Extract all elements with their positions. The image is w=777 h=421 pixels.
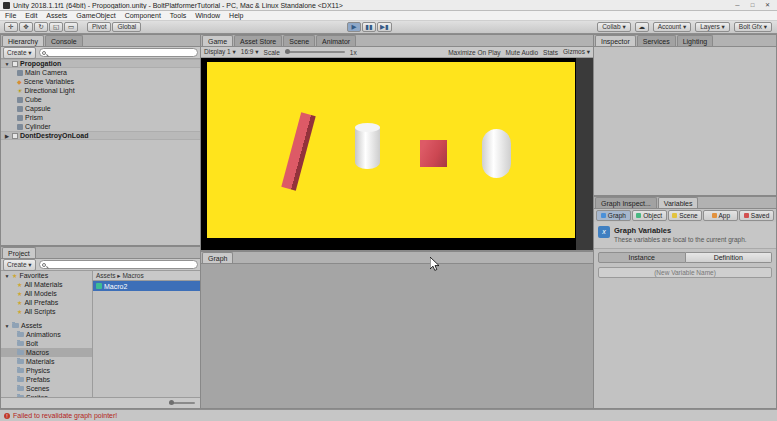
gizmos-dropdown[interactable]: Gizmos ▾ bbox=[563, 48, 590, 56]
collab-dropdown[interactable]: Collab ▾ bbox=[597, 22, 631, 32]
folder-animations[interactable]: Animations bbox=[1, 330, 92, 339]
tab-inspector[interactable]: Inspector bbox=[595, 35, 636, 46]
menu-tools[interactable]: Tools bbox=[170, 12, 186, 19]
favorite-all-scripts[interactable]: ★ All Scripts bbox=[1, 307, 92, 316]
scale-slider-knob[interactable] bbox=[285, 49, 290, 54]
new-variable-input[interactable]: (New Variable Name) bbox=[598, 267, 772, 278]
mute-audio-toggle[interactable]: Mute Audio bbox=[506, 49, 539, 56]
project-search-input[interactable] bbox=[50, 261, 197, 268]
folder-physics[interactable]: Physics bbox=[1, 366, 92, 375]
pivot-toggle-button[interactable]: Pivot bbox=[87, 22, 111, 32]
tab-lighting[interactable]: Lighting bbox=[677, 35, 714, 46]
folder-materials[interactable]: Materials bbox=[1, 357, 92, 366]
hierarchy-item-cylinder[interactable]: Cylinder bbox=[1, 122, 200, 131]
favorite-all-models[interactable]: ★ All Models bbox=[1, 289, 92, 298]
favorites-star-icon: ★ bbox=[12, 273, 17, 279]
move-tool-button[interactable]: ✥ bbox=[19, 22, 33, 32]
global-toggle-button[interactable]: Global bbox=[112, 22, 141, 32]
scope-scene-button[interactable]: Scene bbox=[668, 210, 703, 221]
scope-graph-button[interactable]: Graph bbox=[596, 210, 631, 221]
project-breadcrumb[interactable]: Assets ▸ Macros bbox=[93, 271, 200, 281]
rect-tool-button[interactable]: ▭ bbox=[64, 22, 78, 32]
project-create-button[interactable]: Create ▾ bbox=[3, 259, 36, 271]
maximize-button[interactable]: □ bbox=[745, 0, 760, 10]
tab-variables[interactable]: Variables bbox=[658, 197, 699, 208]
scale-tool-button[interactable]: ◱ bbox=[49, 22, 63, 32]
menu-component[interactable]: Component bbox=[125, 12, 161, 19]
folder-icon bbox=[17, 368, 24, 373]
graph-canvas[interactable] bbox=[201, 264, 593, 408]
menu-assets[interactable]: Assets bbox=[46, 12, 67, 19]
menu-gameobject[interactable]: GameObject bbox=[76, 12, 115, 19]
foldout-open-icon[interactable]: ▼ bbox=[4, 61, 10, 67]
menu-window[interactable]: Window bbox=[195, 12, 220, 19]
rotate-tool-button[interactable]: ↻ bbox=[34, 22, 48, 32]
layers-dropdown[interactable]: Layers ▾ bbox=[695, 22, 730, 32]
aspect-dropdown[interactable]: 16:9 ▾ bbox=[241, 48, 259, 56]
tab-hierarchy[interactable]: Hierarchy bbox=[2, 35, 44, 46]
cloud-button[interactable]: ☁ bbox=[635, 22, 649, 32]
hierarchy-item-capsule[interactable]: Capsule bbox=[1, 104, 200, 113]
scope-saved-button[interactable]: Saved bbox=[739, 210, 774, 221]
menu-file[interactable]: File bbox=[5, 12, 16, 19]
project-searchbox[interactable] bbox=[39, 260, 198, 269]
scope-app-button[interactable]: App bbox=[703, 210, 738, 221]
hierarchy-item-main-camera[interactable]: Main Camera bbox=[1, 68, 200, 77]
hierarchy-create-button[interactable]: Create ▾ bbox=[3, 47, 36, 59]
scene-header-propogation[interactable]: ▼ Propogation bbox=[1, 59, 200, 68]
tab-services[interactable]: Services bbox=[637, 35, 676, 46]
tab-scene[interactable]: Scene bbox=[283, 35, 315, 46]
slider-knob[interactable] bbox=[169, 400, 174, 405]
status-bar[interactable]: ! Failed to revalidate graph pointer! bbox=[0, 409, 777, 421]
folder-macros[interactable]: Macros bbox=[1, 348, 92, 357]
hand-tool-button[interactable]: ✛ bbox=[4, 22, 18, 32]
foldout-open-icon[interactable]: ▼ bbox=[4, 273, 10, 279]
hierarchy-item-prism[interactable]: Prism bbox=[1, 113, 200, 122]
step-button[interactable]: ▶▮ bbox=[377, 22, 392, 32]
item-label: Animations bbox=[26, 331, 61, 338]
tab-console[interactable]: Console bbox=[45, 35, 83, 46]
scene-header-dontdestroyonload[interactable]: ▶ DontDestroyOnLoad bbox=[1, 131, 200, 140]
tab-graph-inspector[interactable]: Graph Inspect... bbox=[595, 197, 657, 208]
maximize-on-play-toggle[interactable]: Maximize On Play bbox=[448, 49, 500, 56]
scale-slider[interactable] bbox=[285, 51, 345, 53]
favorite-all-materials[interactable]: ★ All Materials bbox=[1, 280, 92, 289]
folder-bolt[interactable]: Bolt bbox=[1, 339, 92, 348]
menu-help[interactable]: Help bbox=[229, 12, 243, 19]
icon-size-slider[interactable] bbox=[169, 402, 195, 404]
tab-animator[interactable]: Animator bbox=[316, 35, 356, 46]
account-dropdown[interactable]: Account ▾ bbox=[653, 22, 692, 32]
hierarchy-item-cube[interactable]: Cube bbox=[1, 95, 200, 104]
assets-root[interactable]: ▼ Assets bbox=[1, 321, 92, 330]
favorites-root[interactable]: ▼ ★ Favorites bbox=[1, 271, 92, 280]
instance-tab[interactable]: Instance bbox=[598, 252, 686, 263]
definition-tab[interactable]: Definition bbox=[686, 252, 773, 263]
tab-game[interactable]: Game bbox=[202, 35, 233, 46]
layout-dropdown[interactable]: Bolt Gfx ▾ bbox=[734, 22, 772, 32]
foldout-open-icon[interactable]: ▼ bbox=[4, 323, 10, 329]
minimize-button[interactable]: ─ bbox=[730, 0, 745, 10]
item-label: Scenes bbox=[26, 385, 49, 392]
hierarchy-item-directional-light[interactable]: ☀ Directional Light bbox=[1, 86, 200, 95]
item-label: Physics bbox=[26, 367, 50, 374]
menu-edit[interactable]: Edit bbox=[25, 12, 37, 19]
foldout-closed-icon[interactable]: ▶ bbox=[4, 133, 10, 139]
hierarchy-searchbox[interactable] bbox=[39, 48, 198, 57]
tab-asset-store[interactable]: Asset Store bbox=[234, 35, 282, 46]
game-viewport[interactable] bbox=[207, 62, 575, 238]
hierarchy-search-input[interactable] bbox=[50, 49, 197, 56]
tab-graph[interactable]: Graph bbox=[202, 252, 233, 263]
folder-scenes[interactable]: Scenes bbox=[1, 384, 92, 393]
play-button[interactable]: ▶ bbox=[347, 22, 361, 32]
pause-button[interactable]: ▮▮ bbox=[362, 22, 376, 32]
asset-item-macro[interactable]: Macro2 bbox=[93, 281, 200, 291]
display-dropdown[interactable]: Display 1 ▾ bbox=[204, 48, 236, 56]
scope-object-button[interactable]: Object bbox=[632, 210, 667, 221]
variable-mode-tabs: Instance Definition bbox=[598, 252, 772, 263]
hierarchy-item-scene-variables[interactable]: ◆ Scene Variables bbox=[1, 77, 200, 86]
close-button[interactable]: ✕ bbox=[760, 0, 775, 10]
favorite-all-prefabs[interactable]: ★ All Prefabs bbox=[1, 298, 92, 307]
folder-prefabs[interactable]: Prefabs bbox=[1, 375, 92, 384]
stats-toggle[interactable]: Stats bbox=[543, 49, 558, 56]
tab-project[interactable]: Project bbox=[2, 247, 36, 258]
